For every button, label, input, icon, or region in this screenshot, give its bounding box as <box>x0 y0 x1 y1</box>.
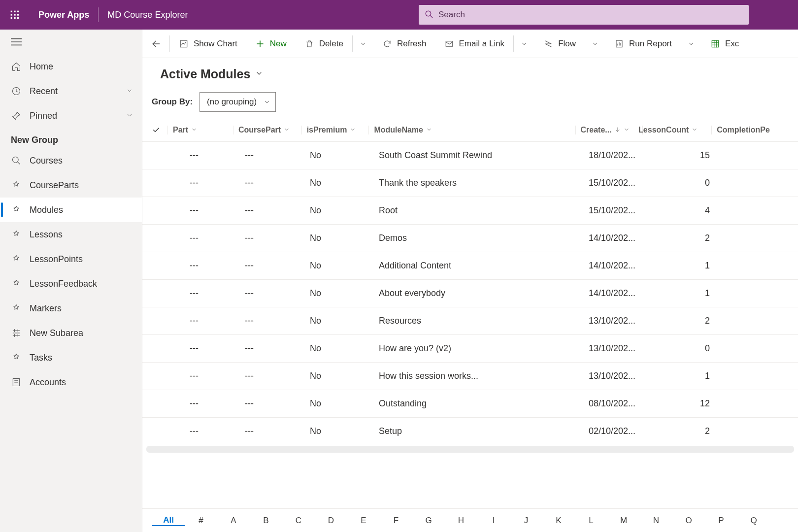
sidebar-item-markers[interactable]: Markers <box>0 296 142 321</box>
column-header-coursepart[interactable]: CoursePart <box>233 126 301 134</box>
jump-a[interactable]: A <box>217 516 250 526</box>
sidebar-item-courses[interactable]: Courses <box>0 148 142 173</box>
column-header-ispremium[interactable]: isPremium <box>301 126 369 134</box>
table-row[interactable]: ------NoHow are you? (v2)13/10/202...0 <box>142 334 798 362</box>
column-header-lessoncount[interactable]: LessonCount <box>642 126 711 134</box>
cell-modulename[interactable]: South Coast Summit Rewind <box>374 150 586 161</box>
jump-e[interactable]: E <box>347 516 380 526</box>
refresh-button[interactable]: Refresh <box>373 30 435 58</box>
jump-i[interactable]: I <box>477 516 510 526</box>
cell-coursepart: --- <box>235 150 305 161</box>
chevron-down-icon[interactable] <box>255 69 263 79</box>
table-row[interactable]: ------NoHow this session works...13/10/2… <box>142 362 798 390</box>
sidebar-item-modules[interactable]: Modules <box>0 198 142 222</box>
waffle-icon[interactable] <box>0 10 30 20</box>
environment-name[interactable]: MD Course Explorer <box>99 10 197 20</box>
jump-o[interactable]: O <box>672 516 705 526</box>
cell-lessoncount: 0 <box>655 343 724 354</box>
table-row[interactable]: ------NoDemos14/10/202...2 <box>142 224 798 252</box>
cell-lessoncount: 2 <box>655 316 724 326</box>
hamburger-button[interactable] <box>0 30 142 54</box>
sidebar-item-lessons[interactable]: Lessons <box>0 222 142 247</box>
sidebar-item-accounts[interactable]: Accounts <box>0 370 142 395</box>
table-row[interactable]: ------NoThank the speakers15/10/202...0 <box>142 169 798 197</box>
jump-#[interactable]: # <box>185 516 217 526</box>
cell-modulename[interactable]: About everybody <box>374 288 586 299</box>
table-row[interactable]: ------NoAbout everybody14/10/202...1 <box>142 279 798 307</box>
cell-modulename[interactable]: Additional Content <box>374 261 586 271</box>
cell-coursepart: --- <box>235 288 305 299</box>
cell-modulename[interactable]: Root <box>374 205 586 216</box>
table-row[interactable]: ------NoOutstanding08/10/202...12 <box>142 390 798 417</box>
sidebar-item-tasks[interactable]: Tasks <box>0 345 142 370</box>
table-row[interactable]: ------NoSouth Coast Summit Rewind18/10/2… <box>142 141 798 169</box>
svg-rect-5 <box>17 14 19 15</box>
back-button[interactable] <box>142 30 169 58</box>
jump-k[interactable]: K <box>542 516 575 526</box>
column-header-created[interactable]: Create... <box>575 126 643 134</box>
search-box[interactable] <box>419 5 749 25</box>
cell-modulename[interactable]: How are you? (v2) <box>374 343 586 354</box>
cell-modulename[interactable]: Setup <box>374 426 586 436</box>
jump-j[interactable]: J <box>510 516 542 526</box>
jump-p[interactable]: P <box>705 516 737 526</box>
chevron-down-icon <box>191 126 197 134</box>
email-split-button[interactable] <box>514 30 534 58</box>
cell-modulename[interactable]: Demos <box>374 233 586 243</box>
column-header-modulename[interactable]: ModuleName <box>368 126 575 134</box>
new-button[interactable]: New <box>246 30 296 58</box>
table-row[interactable]: ------NoResources13/10/202...2 <box>142 307 798 334</box>
cell-lessoncount: 1 <box>655 371 724 381</box>
cell-ispremium: No <box>305 426 374 436</box>
email-link-button[interactable]: Email a Link <box>435 30 514 58</box>
search-input[interactable] <box>438 5 743 25</box>
sidebar-item-lessonpoints[interactable]: LessonPoints <box>0 247 142 271</box>
table-row[interactable]: ------NoSetup02/10/202...2 <box>142 417 798 445</box>
show-chart-button[interactable]: Show Chart <box>170 30 246 58</box>
select-all-checkbox[interactable] <box>142 126 167 134</box>
cell-part: --- <box>168 233 235 243</box>
jump-n[interactable]: N <box>640 516 672 526</box>
nav-pinned[interactable]: Pinned <box>0 103 142 128</box>
run-report-split-button[interactable] <box>681 30 701 58</box>
cell-modulename[interactable]: Resources <box>374 316 586 326</box>
jump-g[interactable]: G <box>412 516 445 526</box>
cell-coursepart: --- <box>235 233 305 243</box>
jump-d[interactable]: D <box>315 516 347 526</box>
sidebar-item-label: Markers <box>30 303 62 314</box>
cell-ispremium: No <box>305 316 374 326</box>
jump-m[interactable]: M <box>607 516 640 526</box>
cell-modulename[interactable]: Thank the speakers <box>374 178 586 188</box>
flow-split-button[interactable] <box>585 30 605 58</box>
excel-templates-button[interactable]: Exc <box>701 30 748 58</box>
nav-recent[interactable]: Recent <box>0 79 142 103</box>
jump-f[interactable]: F <box>380 516 412 526</box>
group-by-row: Group By: (no grouping) <box>145 83 798 119</box>
cell-coursepart: --- <box>235 205 305 216</box>
sidebar-item-new-subarea[interactable]: New Subarea <box>0 321 142 345</box>
jump-b[interactable]: B <box>250 516 282 526</box>
sidebar-item-lessonfeedback[interactable]: LessonFeedback <box>0 271 142 296</box>
cell-modulename[interactable]: How this session works... <box>374 371 586 381</box>
jump-l[interactable]: L <box>575 516 607 526</box>
entity-icon <box>11 180 22 191</box>
jump-c[interactable]: C <box>282 516 315 526</box>
cell-modulename[interactable]: Outstanding <box>374 399 586 409</box>
view-title[interactable]: Active Modules <box>160 67 250 81</box>
flow-button[interactable]: Flow <box>534 30 585 58</box>
nav-home[interactable]: Home <box>0 54 142 79</box>
table-row[interactable]: ------NoRoot15/10/202...4 <box>142 197 798 224</box>
sidebar-item-courseparts[interactable]: CourseParts <box>0 173 142 198</box>
table-row[interactable]: ------NoAdditional Content14/10/202...1 <box>142 252 798 279</box>
column-header-completion[interactable]: CompletionPe <box>711 126 798 134</box>
delete-split-button[interactable] <box>353 30 373 58</box>
column-header-part[interactable]: Part <box>167 126 233 134</box>
jump-q[interactable]: Q <box>737 516 770 526</box>
jump-all[interactable]: All <box>152 515 185 526</box>
horizontal-scrollbar[interactable] <box>146 446 794 453</box>
cell-created: 14/10/202... <box>586 288 655 299</box>
run-report-button[interactable]: Run Report <box>605 30 681 58</box>
delete-button[interactable]: Delete <box>296 30 352 58</box>
group-by-select[interactable]: (no grouping) <box>200 92 276 112</box>
jump-h[interactable]: H <box>445 516 477 526</box>
